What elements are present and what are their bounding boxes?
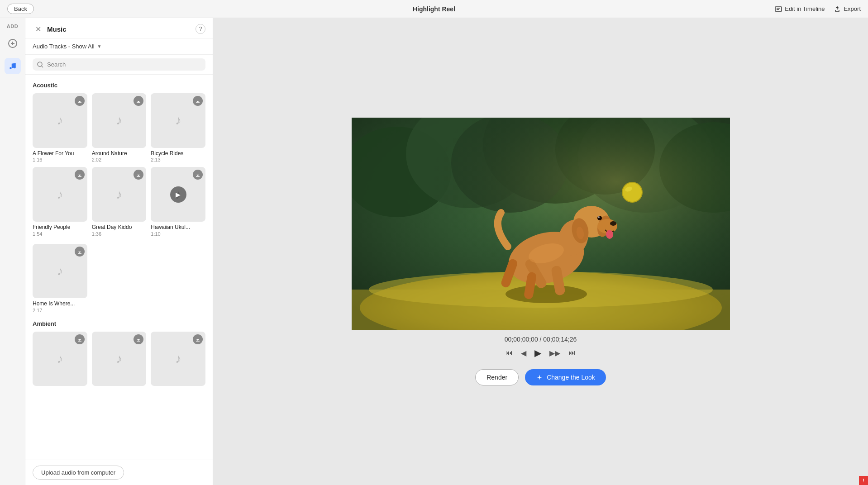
svg-point-42 [610,221,616,226]
track-duration: 1:10 [151,231,205,237]
list-item[interactable]: ♪ Friendly People 1:54 [33,167,87,236]
panel-title: Music [47,25,67,33]
music-note-icon: ♪ [57,187,63,202]
top-bar: Back Highlight Reel Edit in Timeline Exp… [0,0,868,18]
video-container [352,118,730,330]
skip-to-start-button[interactable]: ⏮ [506,349,513,357]
download-icon [134,170,143,180]
track-thumbnail: ♪ ▶ [151,167,205,222]
edit-in-timeline-button[interactable]: Edit in Timeline [775,5,825,13]
track-thumbnail: ♪ [92,167,147,222]
track-duration: 1:36 [92,231,147,237]
ambient-track-grid: ♪ ♪ ♪ [33,332,205,389]
track-duration: 1:54 [33,231,87,237]
acoustic-track-grid-2: ♪ Home Is Where... 2:17 [33,244,205,313]
track-thumbnail: ♪ [33,167,87,222]
change-look-button[interactable]: Change the Look [525,369,606,385]
action-row: Render Change the Look [475,369,606,385]
track-thumbnail: ♪ [92,332,147,386]
track-thumbnail: ♪ [33,93,87,148]
track-name: Bicycle Rides [151,150,205,157]
download-icon [75,334,85,344]
track-duration: 2:17 [33,308,87,313]
list-item[interactable]: ♪ [151,332,205,389]
close-panel-button[interactable]: ✕ [33,24,43,34]
track-name: Around Nature [92,150,147,157]
search-input[interactable] [47,61,201,68]
music-list: Acoustic ♪ A Flower For You 1:16 [25,75,213,460]
svg-line-9 [42,66,43,67]
video-thumbnail [352,118,730,330]
step-forward-button[interactable]: ▶▶ [549,349,560,357]
music-note-icon: ♪ [175,113,181,128]
list-item[interactable]: ♪ A Flower For You 1:16 [33,93,87,162]
track-thumbnail: ♪ [151,93,205,148]
sparkle-icon [536,374,543,381]
music-note-icon: ♪ [57,264,63,278]
list-item[interactable]: ♪ [33,332,87,389]
list-item[interactable]: ♪ Great Day Kiddo 1:36 [92,167,147,236]
back-button[interactable]: Back [7,4,34,14]
acoustic-track-grid: ♪ A Flower For You 1:16 ♪ [33,93,205,237]
music-note-icon: ♪ [175,352,181,366]
track-name: A Flower For You [33,150,87,157]
svg-point-32 [506,285,587,303]
upload-btn-row: Upload audio from computer [25,460,213,485]
list-item[interactable]: ♪ Around Nature 2:02 [92,93,147,162]
track-thumbnail: ♪ [33,332,87,386]
svg-rect-0 [775,7,782,11]
track-duration: 2:02 [92,157,147,162]
search-icon [37,62,43,68]
list-item[interactable]: ♪ Bicycle Rides 2:13 [151,93,205,162]
playback-controls: ⏮ ◀ ▶ ▶▶ ⏭ [506,347,576,358]
audio-tracks-dropdown[interactable]: Audio Tracks - Show All ▼ [33,43,101,50]
panel-header: ✕ Music ? [25,18,213,38]
timecode: 00;00;00;00 / 00;00;14;26 [505,336,577,343]
search-box [33,58,205,71]
audio-tracks-row: Audio Tracks - Show All ▼ [25,38,213,55]
music-note-icon: ♪ [57,352,63,366]
skip-to-end-button[interactable]: ⏭ [568,349,576,357]
timeline-icon [775,5,782,13]
svg-point-44 [597,216,602,220]
plus-icon [8,39,17,48]
download-icon [193,96,203,106]
render-button[interactable]: Render [475,369,519,385]
music-note-icon: ♪ [116,113,122,128]
music-note-icon: ♪ [57,113,63,128]
search-row [25,55,213,75]
svg-point-45 [598,216,600,218]
list-item[interactable]: ♪ ▶ Hawaiian Ukul... 1:10 [151,167,205,236]
download-icon [75,96,85,106]
download-icon [134,334,143,344]
track-name: Hawaiian Ukul... [151,224,205,231]
export-icon [834,5,841,13]
play-button[interactable]: ▶ [534,347,541,358]
list-item[interactable]: ♪ [92,332,147,389]
svg-point-6 [10,67,12,69]
music-note-icon: ♪ [116,352,122,366]
track-name: Home Is Where... [33,300,87,308]
download-icon [75,170,85,180]
track-name: Great Day Kiddo [92,224,147,231]
step-back-button[interactable]: ◀ [521,349,526,357]
music-tab[interactable] [5,58,21,74]
play-overlay-icon[interactable]: ▶ [170,186,186,203]
track-name: Friendly People [33,224,87,231]
list-item[interactable]: ♪ Home Is Where... 2:17 [33,244,87,313]
music-icon [9,62,17,70]
track-thumbnail: ♪ [92,93,147,148]
section-label-ambient: Ambient [33,320,205,327]
add-label: ADD [7,24,18,29]
export-button[interactable]: Export [834,5,861,13]
upload-audio-button[interactable]: Upload audio from computer [33,466,124,480]
help-button[interactable]: ? [196,24,205,34]
download-icon [193,170,203,180]
download-icon [193,334,203,344]
track-duration: 2:13 [151,157,205,162]
music-note-icon: ♪ [116,187,122,202]
section-label-acoustic: Acoustic [33,82,205,89]
error-badge: ! [859,476,868,485]
chevron-down-icon: ▼ [97,44,102,49]
add-plus-button[interactable] [5,36,20,51]
